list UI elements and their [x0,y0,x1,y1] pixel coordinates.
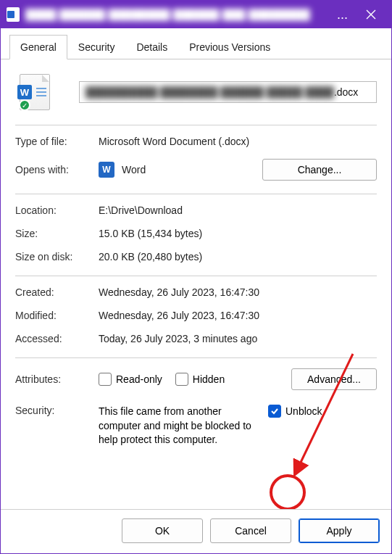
title-bar[interactable]: ████ ██████ ████████ ██████ ███ ████████… [1,1,391,28]
tab-previous-versions[interactable]: Previous Versions [178,35,281,59]
filename-input[interactable]: ██████████ ████████ ██████ █████ ████ .d… [79,81,377,103]
tab-content: W ✓ ██████████ ████████ ██████ █████ ███… [1,59,391,509]
divider [15,194,377,194]
change-button[interactable]: Change... [262,159,377,181]
checkbox-box-icon [268,405,281,418]
size-on-disk-value: 20.0 KB (20,480 bytes) [99,251,202,262]
divider [15,125,377,125]
size-label: Size: [15,228,99,239]
tab-security[interactable]: Security [67,35,126,59]
size-value: 15.0 KB (15,434 bytes) [99,228,202,239]
client-area: General Security Details Previous Versio… [1,28,391,553]
word-app-icon: W [99,162,114,178]
word-badge-icon: W [17,85,32,99]
file-type-icon: W ✓ [20,74,50,110]
hidden-label-text: Hidden [193,373,225,385]
ok-button[interactable]: OK [122,518,203,543]
divider [15,357,377,358]
location-value: E:\Drive\Download [99,204,183,216]
security-label: Security: [15,405,99,416]
tab-general[interactable]: General [9,35,67,59]
created-label: Created: [15,286,99,298]
location-label: Location: [15,204,99,216]
file-header: W ✓ ██████████ ████████ ██████ █████ ███… [15,70,377,122]
advanced-button[interactable]: Advanced... [291,368,377,390]
created-value: Wednesday, 26 July 2023, 16:47:30 [99,286,259,298]
opens-with-label: Opens with: [15,164,99,175]
readonly-label-text: Read-only [116,373,162,385]
modified-label: Modified: [15,310,99,321]
properties-dialog: ████ ██████ ████████ ██████ ███ ████████… [0,0,392,554]
tab-strip: General Security Details Previous Versio… [1,28,391,59]
opens-with-value: Word [122,164,146,175]
window-title: ████ ██████ ████████ ██████ ███ ████████ [25,9,337,21]
title-ellipsis: ... [337,7,348,22]
filename-blurred: ██████████ ████████ ██████ █████ ████ [86,86,334,98]
modified-value: Wednesday, 26 July 2023, 16:47:30 [99,310,259,321]
accessed-value: Today, 26 July 2023, 3 minutes ago [99,333,257,344]
filename-extension: .docx [334,86,358,98]
tab-details[interactable]: Details [125,35,178,59]
size-on-disk-label: Size on disk: [15,251,99,262]
accessed-label: Accessed: [15,333,99,344]
divider [15,276,377,276]
unblock-label-text: Unblock [285,405,322,417]
cancel-button[interactable]: Cancel [210,518,291,543]
security-text: This file came from another computer and… [99,405,265,447]
type-of-file-label: Type of file: [15,136,99,147]
unblock-checkbox[interactable]: Unblock [268,405,322,418]
dialog-footer: OK Cancel Apply [1,509,391,553]
checkbox-box-icon [175,373,188,386]
close-button[interactable] [356,1,385,28]
hidden-checkbox[interactable]: Hidden [175,373,225,386]
title-doc-icon [7,7,20,22]
apply-button[interactable]: Apply [299,518,380,543]
readonly-checkbox[interactable]: Read-only [99,373,162,386]
sync-check-icon: ✓ [19,99,30,111]
checkbox-box-icon [99,373,112,386]
type-of-file-value: Microsoft Word Document (.docx) [99,136,249,147]
attributes-label: Attributes: [15,373,99,385]
annotation-circle [270,474,306,509]
